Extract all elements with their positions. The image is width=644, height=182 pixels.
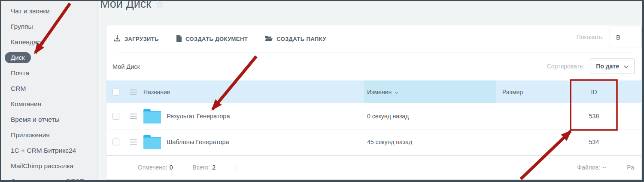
- sort-group: Сортировать: По дате: [547, 59, 635, 74]
- sidebar-item-disk[interactable]: Диск: [1, 50, 97, 65]
- page-title-text: Мой Диск: [100, 0, 151, 11]
- create-folder-button[interactable]: СОЗДАТЬ ПАПКУ: [265, 35, 326, 43]
- chevron-down-icon: [624, 63, 629, 70]
- sort-dropdown-value: По дате: [596, 63, 619, 70]
- menu-handle-icon[interactable]: [130, 88, 137, 96]
- breadcrumb-row: Мой Диск Сортировать: По дате: [106, 53, 642, 80]
- id-cell: 534: [571, 139, 617, 145]
- sidebar-item-chat[interactable]: Чат и звонки: [1, 3, 97, 19]
- modified-cell: 45 секунд назад: [364, 139, 496, 145]
- open-folder-icon: [265, 35, 273, 43]
- column-header-id[interactable]: ID: [571, 89, 617, 96]
- sidebar-item-label: Диск: [5, 52, 31, 63]
- sort-label: Сортировать:: [547, 63, 585, 70]
- column-header-modified-label: Изменен: [367, 89, 392, 96]
- sort-direction-chevron-icon: [395, 89, 398, 96]
- folder-name-link[interactable]: Шаблоны Генератора: [167, 139, 229, 145]
- show-filter-group: Показать: В: [577, 27, 642, 47]
- size-summary-truncated: Ра: [627, 164, 634, 171]
- create-document-button[interactable]: СОЗДАТЬ ДОКУМЕНТ: [176, 35, 248, 43]
- create-folder-button-label: СОЗДАТЬ ПАПКУ: [276, 36, 326, 42]
- show-label: Показать:: [577, 34, 604, 40]
- sidebar-item-time-reports[interactable]: Время и отчеты: [1, 112, 97, 127]
- row-menu-handle-icon[interactable]: [130, 138, 137, 146]
- sidebar-item-label: MailChimp рассылка: [11, 162, 73, 170]
- sidebar-item-rest-docs[interactable]: Документация по REST: [1, 174, 97, 180]
- show-filter-button[interactable]: В: [610, 27, 642, 47]
- sidebar-item-apps[interactable]: Приложения: [1, 127, 97, 143]
- column-header-size[interactable]: Размер: [496, 89, 571, 96]
- column-header-name[interactable]: Название: [143, 89, 364, 96]
- total-value: 2: [212, 164, 216, 171]
- folder-name-link[interactable]: Результат Генератора: [167, 113, 230, 120]
- stray-colon: :: [235, 164, 237, 171]
- document-icon: [176, 35, 182, 43]
- id-cell: 538: [571, 113, 617, 120]
- sidebar-item-mailchimp[interactable]: MailChimp рассылка: [1, 158, 97, 174]
- download-icon: [114, 35, 121, 43]
- sidebar-item-label: Почта: [11, 69, 29, 77]
- page-title: Мой Диск ☆: [100, 0, 164, 11]
- sidebar: Чат и звонки Группы Календарь Диск Почта…: [1, 1, 98, 180]
- table-row: Результат Генератора 0 секунд назад 538: [106, 103, 642, 130]
- table-footer: Отмечено:0 Всего:2 : Файлов:-- Ра: [106, 155, 642, 179]
- sidebar-item-company[interactable]: Компания: [1, 96, 97, 112]
- folder-icon[interactable]: [143, 135, 161, 149]
- sidebar-item-label: Приложения: [11, 131, 50, 139]
- files-count-value: --: [602, 164, 606, 171]
- toolbar: ЗАГРУЗИТЬ СОЗДАТЬ ДОКУМЕНТ СОЗДАТЬ ПАПКУ…: [106, 25, 642, 52]
- column-header-modified[interactable]: Изменен: [364, 80, 496, 103]
- table-row: Шаблоны Генератора 45 секунд назад 534: [106, 129, 642, 155]
- sidebar-item-label: Группы: [11, 23, 33, 31]
- row-menu-handle-icon[interactable]: [130, 112, 137, 120]
- sidebar-item-groups[interactable]: Группы: [1, 19, 97, 34]
- files-count-toggle[interactable]: Файлов:: [577, 164, 600, 171]
- row-checkbox[interactable]: [112, 139, 119, 145]
- sidebar-item-label: CRM: [11, 85, 26, 93]
- upload-button-label: ЗАГРУЗИТЬ: [125, 36, 159, 42]
- checked-value: 0: [170, 164, 173, 171]
- sort-dropdown[interactable]: По дате: [590, 59, 635, 74]
- checked-label: Отмечено:: [138, 164, 167, 171]
- sidebar-item-calendar[interactable]: Календарь: [1, 34, 97, 50]
- sidebar-item-label: Чат и звонки: [11, 7, 50, 15]
- sidebar-item-label: Документация по REST: [11, 178, 84, 180]
- table-header-row: Название Изменен Размер ID: [106, 80, 642, 103]
- create-document-button-label: СОЗДАТЬ ДОКУМЕНТ: [185, 36, 248, 42]
- sidebar-item-1c-crm[interactable]: 1С + CRM Битрикс24: [1, 143, 97, 158]
- select-all-checkbox[interactable]: [112, 89, 119, 96]
- upload-button[interactable]: ЗАГРУЗИТЬ: [114, 35, 159, 43]
- sidebar-item-crm[interactable]: CRM: [1, 81, 97, 96]
- sidebar-item-label: Календарь: [11, 38, 44, 46]
- sidebar-item-label: Компания: [11, 100, 41, 108]
- total-label: Всего:: [193, 164, 210, 171]
- favorite-star-icon[interactable]: ☆: [155, 0, 164, 9]
- sidebar-item-label: 1С + CRM Битрикс24: [11, 147, 76, 154]
- show-filter-value: В: [616, 34, 620, 41]
- breadcrumb[interactable]: Мой Диск: [112, 63, 140, 70]
- row-checkbox[interactable]: [112, 113, 119, 120]
- sidebar-item-mail[interactable]: Почта: [1, 65, 97, 81]
- modified-cell: 0 секунд назад: [364, 113, 496, 120]
- folder-icon[interactable]: [143, 109, 161, 123]
- drive-panel: ЗАГРУЗИТЬ СОЗДАТЬ ДОКУМЕНТ СОЗДАТЬ ПАПКУ…: [106, 25, 642, 180]
- sidebar-item-label: Время и отчеты: [11, 116, 60, 123]
